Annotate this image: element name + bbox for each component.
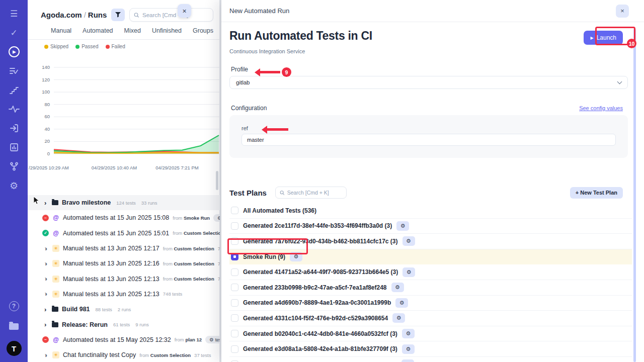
tab-groups[interactable]: Groups xyxy=(193,27,213,34)
run-row[interactable]: − @ Automated tests at 15 May 2025 12:32… xyxy=(28,332,220,347)
drawer-scrollbar[interactable] xyxy=(633,29,636,362)
ref-label: ref xyxy=(242,125,616,131)
drawer-title: New Automated Run xyxy=(229,7,289,15)
plan-settings-button[interactable]: ⚙ xyxy=(403,267,415,277)
run-row[interactable]: ◑ ✳ Manual tests at 13 Jun 2025 12:13 fr… xyxy=(28,271,220,286)
plan-settings-button[interactable]: ⚙ xyxy=(401,359,414,362)
profile-select[interactable]: gitlab xyxy=(229,76,628,89)
test-plans-search-input[interactable] xyxy=(287,190,342,196)
import-icon[interactable] xyxy=(8,122,21,135)
plan-settings-button[interactable]: ⚙ xyxy=(391,283,404,292)
folder-row[interactable]: › Build 981 88 tests 2 runs xyxy=(28,302,220,317)
plan-row[interactable]: Generated e3d08a1a-5808-42e4-a1ab-81bfe3… xyxy=(229,341,632,357)
breadcrumb-project[interactable]: Agoda.com xyxy=(41,11,82,19)
test-plans-search[interactable] xyxy=(275,187,347,199)
runs-panel: Agoda.com/Runs Manual Automated Mixed Un… xyxy=(28,0,220,362)
plan-row-selected[interactable]: Smoke Run (9) ⚙ xyxy=(229,249,632,265)
funnel-icon xyxy=(115,12,121,18)
plans-icon[interactable] xyxy=(8,64,21,77)
chevron-right-icon[interactable]: › xyxy=(44,199,48,207)
plan-settings-button[interactable]: ⚙ xyxy=(402,344,415,354)
filter-button[interactable] xyxy=(111,9,125,21)
tab-unfinished[interactable]: Unfinished xyxy=(152,27,182,34)
plan-checkbox[interactable] xyxy=(231,268,238,276)
run-row[interactable]: ✓ @ Automated tests at 15 Jun 2025 15:01… xyxy=(28,226,220,241)
milestones-icon[interactable] xyxy=(8,83,21,97)
plan-settings-button[interactable]: ⚙ xyxy=(290,252,302,261)
run-row[interactable]: ◑ ✳ Manual tests at 13 Jun 2025 12:16 fr… xyxy=(28,256,220,271)
run-row[interactable]: ◑ ✳ Chat functinality test Copy from Cus… xyxy=(28,347,220,362)
folder-row[interactable]: › Bravo milestone 124 tests 33 runs xyxy=(28,195,220,210)
runs-search-input[interactable] xyxy=(142,12,209,18)
legend-skipped: Skipped xyxy=(44,44,68,49)
plan-checkbox[interactable] xyxy=(231,330,238,337)
help-icon[interactable]: ? xyxy=(8,300,21,313)
branches-icon[interactable] xyxy=(8,160,21,173)
plan-settings-button[interactable]: ⚙ xyxy=(392,313,405,323)
plan-checkbox[interactable] xyxy=(231,299,238,307)
run-source: from Custom Selection xyxy=(163,276,214,282)
plan-settings-button[interactable]: ⚙ xyxy=(402,329,415,338)
plan-checkbox-checked[interactable] xyxy=(231,253,238,260)
run-row[interactable]: ◑ ✳ Manual tests at 13 Jun 2025 12:13 74… xyxy=(28,287,220,302)
app-logo[interactable]: T xyxy=(7,341,22,356)
settings-icon[interactable]: ⚙ xyxy=(8,179,21,192)
folder-row[interactable]: › Release: Rerun 61 tests 9 runs xyxy=(28,317,220,332)
plan-row[interactable]: Generated 233b0998-b9c2-47ae-a5cf-7ea1af… xyxy=(229,280,632,296)
runs-panel-scrollbar[interactable] xyxy=(216,171,218,190)
plan-row[interactable]: Generated a4d690b7-8889-4ae1-92aa-0c3001… xyxy=(229,296,632,311)
see-config-values-link[interactable]: See config values xyxy=(579,105,623,111)
panel-close-button[interactable]: × xyxy=(178,4,191,18)
analytics-icon[interactable] xyxy=(8,141,21,154)
tab-mixed[interactable]: Mixed xyxy=(124,27,141,34)
ref-input[interactable] xyxy=(242,134,616,146)
breadcrumb-separator: / xyxy=(82,11,88,19)
plan-row[interactable]: Generated b02040c1-c442-4db0-841e-4660a0… xyxy=(229,326,632,342)
plan-row[interactable]: Generated 4331c104-f5f2-476e-b92d-c529a3… xyxy=(229,311,632,326)
run-row[interactable]: − @ Automated tests at 15 Jun 2025 15:08… xyxy=(28,210,220,225)
run-row[interactable]: ◑ ✳ Manual tests at 13 Jun 2025 12:17 fr… xyxy=(28,241,220,256)
plan-label: Generated 2ce11f7d-38ef-44fe-b353-4f694f… xyxy=(243,222,392,229)
menu-icon[interactable]: ☰ xyxy=(8,7,21,20)
plan-row[interactable]: Generated 83715b93-6c1e-4663-9417-ef23a4… xyxy=(229,357,632,362)
projects-folder-icon[interactable] xyxy=(8,319,21,332)
status-in-progress-icon: ◑ xyxy=(42,260,49,267)
tests-icon[interactable]: ✓ xyxy=(8,26,21,39)
run-type-badge[interactable]: ⚙test xyxy=(205,336,220,343)
launch-button[interactable]: ▶ Launch xyxy=(584,31,623,45)
plan-settings-button[interactable]: ⚙ xyxy=(396,221,409,231)
chevron-right-icon[interactable]: › xyxy=(44,321,48,328)
folder-icon xyxy=(52,322,58,327)
run-type-badge[interactable]: ⚙test xyxy=(213,214,220,222)
svg-text:120: 120 xyxy=(42,77,50,82)
folder-tests-count: 61 tests xyxy=(113,322,130,327)
plan-checkbox[interactable] xyxy=(231,222,238,230)
heading-row: Run Automated Tests in CI ▶ Launch xyxy=(229,29,636,45)
plan-row[interactable]: Generated 2ce11f7d-38ef-44fe-b353-4f694f… xyxy=(229,219,632,234)
plan-row[interactable]: Generated 7a76f022-93d0-434b-b462-bb8114… xyxy=(229,234,632,249)
drawer-close-button[interactable]: × xyxy=(616,5,629,18)
plan-checkbox[interactable] xyxy=(231,284,238,291)
plan-row[interactable]: All Automated Tests (536) xyxy=(229,203,632,219)
plan-checkbox[interactable] xyxy=(231,207,238,214)
page-subtitle: Continuous Integration Service xyxy=(229,48,636,54)
runs-list: › Bravo milestone 124 tests 33 runs − @ … xyxy=(28,195,220,362)
runs-search[interactable] xyxy=(129,8,213,22)
skipped-dot xyxy=(44,45,48,49)
chart-legend: Skipped Passed Failed xyxy=(28,40,219,49)
plan-checkbox[interactable] xyxy=(231,314,238,322)
tab-manual[interactable]: Manual xyxy=(51,27,71,34)
folder-name: Bravo milestone xyxy=(62,199,111,206)
tab-automated[interactable]: Automated xyxy=(83,27,113,34)
plan-checkbox[interactable] xyxy=(231,237,238,245)
runs-icon[interactable]: ▶ xyxy=(8,45,21,58)
plan-checkbox[interactable] xyxy=(231,345,238,353)
chevron-right-icon[interactable]: › xyxy=(44,306,48,313)
pulse-icon[interactable] xyxy=(8,103,21,116)
plan-label: Generated 4331c104-f5f2-476e-b92d-c529a3… xyxy=(243,315,388,322)
plan-row[interactable]: Generated 41471a52-a644-49f7-9085-923713… xyxy=(229,264,632,280)
plan-settings-button[interactable]: ⚙ xyxy=(395,298,408,308)
new-test-plan-button[interactable]: + New Test Plan xyxy=(570,187,623,199)
plan-settings-button[interactable]: ⚙ xyxy=(403,236,415,246)
chevron-down-icon xyxy=(617,79,622,84)
